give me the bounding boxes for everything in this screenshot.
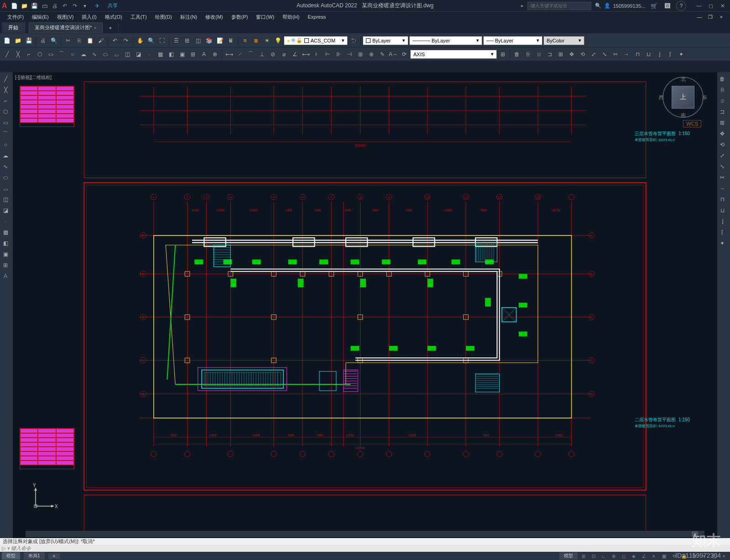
redo-icon[interactable]: ↷ (71, 2, 78, 10)
undo2-icon[interactable]: ↶ (110, 36, 120, 46)
menu-view[interactable]: 视图(V) (53, 13, 78, 21)
minimize-button[interactable]: — (694, 1, 704, 10)
dimdia-icon[interactable]: ⌀ (279, 49, 289, 59)
wcs-label[interactable]: WCS (683, 120, 701, 127)
dimstyle-dropdown[interactable]: AXIS▾ (410, 50, 497, 59)
qsave-icon[interactable]: 💾 (24, 36, 34, 46)
vregion-icon[interactable]: ▣ (0, 249, 11, 259)
menu-dimension[interactable]: 标注(N) (177, 13, 201, 21)
ortho-icon[interactable]: ∟ (600, 553, 608, 559)
menu-draw[interactable]: 绘图(D) (151, 13, 176, 21)
appstore-icon[interactable]: 🅰 (662, 1, 673, 11)
rerase-icon[interactable]: 🗑 (717, 74, 727, 84)
layer-dropdown[interactable]: ● ❄ 🔓 ACS_COM ▾ (284, 36, 348, 45)
dimlinear-icon[interactable]: ⟷ (224, 49, 234, 59)
snap-mode-icon[interactable]: ⊡ (589, 553, 598, 559)
rextend-icon[interactable]: → (717, 183, 727, 194)
open-icon[interactable]: 📁 (21, 2, 28, 10)
vcircle-icon[interactable]: ○ (0, 140, 11, 150)
layout1-tab[interactable]: 布局1 (24, 552, 45, 560)
menu-insert[interactable]: 插入(I) (78, 13, 100, 21)
designcenter-icon[interactable]: ⊞ (182, 36, 192, 46)
model-space-button[interactable]: 模型 (559, 552, 578, 560)
vmakeblock-icon[interactable]: ◪ (0, 205, 11, 215)
insert-icon[interactable]: ◫ (122, 49, 132, 59)
dimtedit-icon[interactable]: A↔ (388, 49, 398, 59)
preview-icon[interactable]: 🔍 (49, 36, 59, 46)
viewcube-top-face[interactable]: 上 (672, 86, 694, 109)
layerprev-icon[interactable]: ⮌ (349, 36, 359, 46)
scale-icon[interactable]: ⤢ (589, 49, 599, 59)
dimarc-icon[interactable]: ⌒ (246, 49, 256, 59)
down-icon[interactable]: ▾ (81, 2, 89, 10)
user-menu[interactable]: 🔍 👤 1505999135... (595, 3, 645, 9)
menu-help[interactable]: 帮助(H) (279, 13, 303, 21)
break-icon[interactable]: ⊓ (632, 49, 642, 59)
zoom2-icon[interactable]: 🔍 (146, 36, 156, 46)
rexplode-icon[interactable]: ✦ (717, 238, 727, 248)
otrack-icon[interactable]: ∠ (640, 553, 648, 559)
menu-param[interactable]: 参数(P) (228, 13, 252, 21)
customize-icon[interactable]: ≡ (720, 553, 728, 559)
rmirror-icon[interactable]: ⎅ (717, 96, 727, 106)
dimupdate-icon[interactable]: ⟳ (399, 49, 409, 59)
plotstyle-dropdown[interactable]: ByColor▾ (543, 36, 584, 45)
document-tab[interactable]: 某商业楼暖通空调设计图* × (29, 22, 103, 33)
rrotate-icon[interactable]: ⟲ (717, 140, 727, 150)
join-icon[interactable]: ⊔ (643, 49, 653, 59)
vrect-icon[interactable]: ▭ (0, 118, 11, 128)
mtext-icon[interactable]: A (199, 49, 209, 59)
tolerance-icon[interactable]: ⊞ (355, 49, 365, 59)
copy2-icon[interactable]: ⎘ (74, 36, 84, 46)
menu-file[interactable]: 文件(F) (4, 13, 27, 21)
dimord-icon[interactable]: ⊥ (257, 49, 267, 59)
dimedit-icon[interactable]: ✎ (377, 49, 387, 59)
centermark-icon[interactable]: ⊕ (366, 49, 376, 59)
model-tab[interactable]: 模型 (2, 552, 20, 560)
doc-close-button[interactable]: × (716, 12, 726, 22)
props-icon[interactable]: ☰ (171, 36, 181, 46)
fillet-icon[interactable]: ⌈ (665, 49, 675, 59)
layermgr-icon[interactable]: ≡ (240, 36, 250, 46)
doc-restore-button[interactable]: ❐ (705, 12, 715, 22)
addsel-icon[interactable]: ⊕ (210, 49, 220, 59)
offset-icon[interactable]: ⊐ (545, 49, 555, 59)
sheetset-icon[interactable]: 📚 (204, 36, 214, 46)
mirror-icon[interactable]: ⎅ (534, 49, 544, 59)
vmtext-icon[interactable]: A (0, 271, 11, 281)
lineweight-dropdown[interactable]: ── ByLayer▾ (483, 36, 542, 45)
vpline-icon[interactable]: ⌐ (0, 96, 11, 106)
send-icon[interactable]: ✈ (92, 1, 102, 11)
rstretch-icon[interactable]: ⤡ (717, 162, 727, 172)
saveall-icon[interactable]: 🗃 (41, 2, 48, 10)
gradient-icon[interactable]: ◧ (166, 49, 176, 59)
dimcont-icon[interactable]: ⊢ (323, 49, 333, 59)
menu-window[interactable]: 窗口(W) (252, 13, 278, 21)
help-icon[interactable]: ? (676, 1, 686, 11)
vxline-icon[interactable]: ╳ (0, 85, 11, 95)
dimspace-icon[interactable]: ⊪ (334, 49, 344, 59)
search-input[interactable] (527, 2, 591, 10)
circle-icon[interactable]: ○ (68, 49, 78, 59)
grid-icon[interactable]: ⊞ (579, 553, 588, 559)
rchamfer-icon[interactable]: ⌋ (717, 216, 727, 226)
dimbreak-icon[interactable]: ⊣ (344, 49, 355, 59)
print-icon[interactable]: 🖨 (51, 2, 58, 10)
dimrad-icon[interactable]: ⊘ (268, 49, 278, 59)
vline-icon[interactable]: ╱ (0, 74, 11, 84)
arc-icon[interactable]: ⌒ (57, 49, 67, 59)
qopen-icon[interactable]: 📁 (13, 36, 23, 46)
vellarc-icon[interactable]: ⌓ (0, 183, 11, 194)
cart-icon[interactable]: 🛒 (649, 1, 659, 11)
rtrim-icon[interactable]: ✂ (717, 173, 727, 183)
toolpalette-icon[interactable]: ◫ (193, 36, 203, 46)
spline-icon[interactable]: ∿ (89, 49, 99, 59)
stretch-icon[interactable]: ⤡ (600, 49, 610, 59)
lweight-icon[interactable]: ≡ (650, 553, 658, 559)
rscale-icon[interactable]: ⤢ (717, 151, 727, 161)
document-tab-add[interactable]: + (103, 23, 119, 32)
osnap-icon[interactable]: ◻ (620, 553, 628, 559)
zoomext-icon[interactable]: ⛶ (157, 36, 167, 46)
extend-icon[interactable]: → (621, 49, 631, 59)
ellipse-icon[interactable]: ⬭ (100, 49, 110, 59)
